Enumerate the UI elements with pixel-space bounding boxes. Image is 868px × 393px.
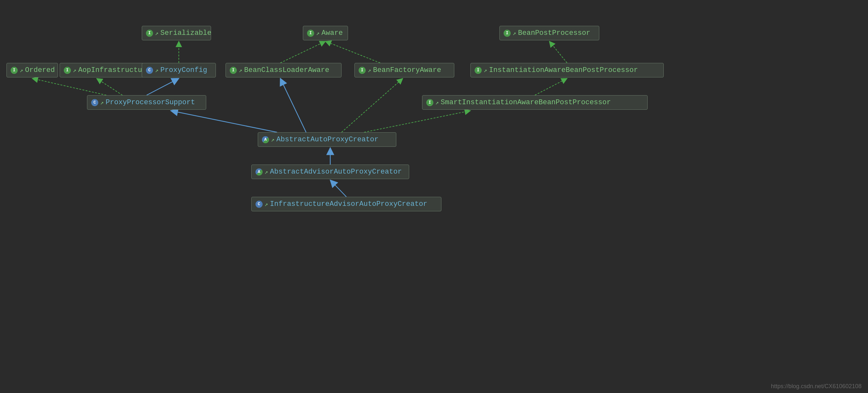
node-abstractautoproxy: A ↗ AbstractAutoProxyCreator: [258, 132, 396, 147]
svg-line-15: [330, 180, 346, 197]
label-aware: Aware: [321, 29, 343, 37]
svg-line-4: [326, 41, 380, 63]
svg-line-6: [32, 78, 106, 95]
label-proxyconfig: ProxyConfig: [160, 66, 207, 74]
label-abstractadvisor: AbstractAdvisorAutoProxyCreator: [270, 168, 402, 176]
badge-beanclassloaderaware: I: [230, 67, 237, 74]
label-abstractautoproxy: AbstractAutoProxyCreator: [276, 136, 379, 144]
badge-ordered: I: [11, 67, 18, 74]
node-abstractadvisor: A ↗ AbstractAdvisorAutoProxyCreator: [251, 165, 409, 179]
node-beanpostprocessor: I ↗ BeanPostProcessor: [499, 26, 599, 40]
arrows-svg: [0, 0, 868, 393]
badge-beanfactoryaware: I: [359, 67, 366, 74]
badge-abstractautoproxy: A: [262, 136, 269, 143]
badge-instantiationaware: I: [474, 67, 482, 74]
svg-line-12: [342, 78, 403, 132]
node-beanfactoryaware: I ↗ BeanFactoryAware: [354, 63, 454, 78]
badge-abstractadvisor: A: [255, 168, 262, 175]
label-ordered: Ordered: [25, 66, 55, 74]
node-aware: I ↗ Aware: [303, 26, 348, 40]
node-instantiationaware: I ↗ InstantiationAwareBeanPostProcessor: [470, 63, 664, 78]
node-ordered: I ↗ Ordered: [6, 63, 58, 78]
badge-smartinstantiation: I: [426, 99, 433, 106]
badge-aware: I: [307, 30, 314, 37]
label-beanpostprocessor: BeanPostProcessor: [518, 29, 590, 37]
svg-line-8: [147, 78, 179, 95]
svg-line-9: [535, 78, 567, 95]
label-beanclassloaderaware: BeanClassLoaderAware: [244, 66, 329, 74]
node-smartinstantiation: I ↗ SmartInstantiationAwareBeanPostProce…: [422, 95, 648, 110]
label-instantiationaware: InstantiationAwareBeanPostProcessor: [489, 66, 638, 74]
label-infrastructureadvisor: InfrastructureAdvisorAutoProxyCreator: [270, 200, 427, 208]
node-proxyconfig: C ↗ ProxyConfig: [142, 63, 216, 78]
svg-line-5: [549, 41, 567, 63]
label-proxyprocessorsupport: ProxyProcessorSupport: [106, 99, 195, 107]
node-serializable: I ↗ Serializable: [142, 26, 211, 40]
label-beanfactoryaware: BeanFactoryAware: [373, 66, 441, 74]
footer-url: https://blog.csdn.net/CX610602108: [771, 383, 862, 390]
diagram-container: I ↗ Serializable I ↗ Aware I ↗ BeanPostP…: [0, 0, 868, 393]
badge-serializable: I: [146, 30, 153, 37]
label-serializable: Serializable: [160, 29, 211, 37]
svg-line-13: [364, 111, 470, 132]
badge-beanpostprocessor: I: [504, 30, 511, 37]
badge-infrastructureadvisor: C: [255, 201, 262, 208]
badge-proxyprocessorsupport: C: [91, 99, 98, 106]
node-beanclassloaderaware: I ↗ BeanClassLoaderAware: [225, 63, 342, 78]
label-smartinstantiation: SmartInstantiationAwareBeanPostProcessor: [441, 99, 611, 107]
badge-aopinfra: I: [64, 67, 71, 74]
svg-line-11: [280, 78, 306, 132]
node-infrastructureadvisor: C ↗ InfrastructureAdvisorAutoProxyCreato…: [251, 197, 441, 211]
svg-line-3: [280, 41, 326, 63]
svg-line-10: [171, 111, 277, 132]
badge-proxyconfig: C: [146, 67, 153, 74]
node-proxyprocessorsupport: C ↗ ProxyProcessorSupport: [87, 95, 206, 110]
svg-line-7: [97, 78, 122, 95]
